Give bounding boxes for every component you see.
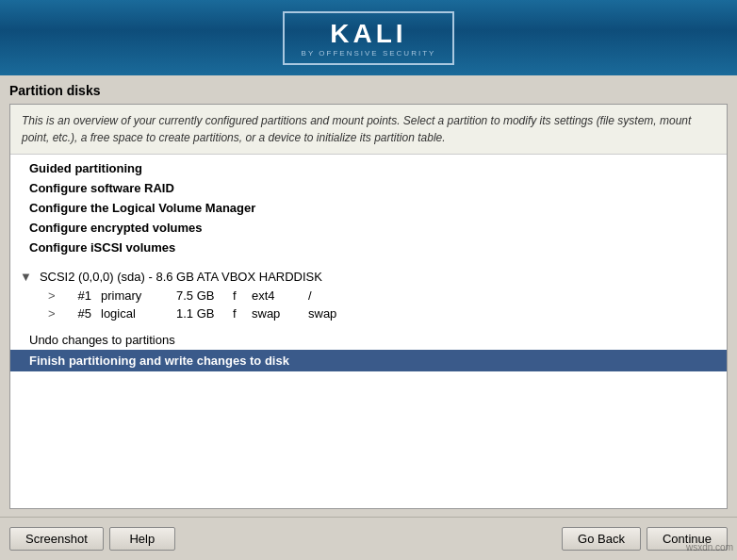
partition-row-1[interactable]: > #1 primary 7.5 GB f ext4 /: [10, 287, 727, 305]
partition-size-1: 7.5 GB: [167, 288, 223, 303]
content-box: This is an overview of your currently co…: [9, 104, 728, 509]
partition-type-2: logical: [91, 306, 167, 321]
partition-num-2: #5: [63, 306, 91, 321]
list-item-encrypted[interactable]: Configure encrypted volumes: [10, 218, 727, 238]
watermark: wsxdn.com: [686, 542, 733, 552]
disk-label: SCSI2 (0,0,0) (sda) - 8.6 GB ATA VBOX HA…: [40, 270, 322, 284]
description-text: This is an overview of your currently co…: [10, 105, 727, 155]
partition-num-1: #1: [63, 288, 91, 303]
partition-size-2: 1.1 GB: [167, 306, 223, 321]
list-item-undo[interactable]: Undo changes to partitions: [10, 330, 727, 350]
kali-logo: KALI BY OFFENSIVE SECURITY: [283, 11, 455, 65]
partition-chevron-1: >: [48, 288, 63, 303]
partition-type-1: primary: [91, 288, 167, 303]
partition-flag-2: f: [223, 306, 242, 321]
partition-mount-1: /: [299, 288, 312, 303]
partition-row-2[interactable]: > #5 logical 1.1 GB f swap swap: [10, 305, 727, 322]
spacer2: [10, 322, 727, 330]
disk-arrow-icon: ▼: [20, 270, 32, 284]
partition-chevron-2: >: [48, 306, 63, 321]
partition-fs-2: swap: [242, 306, 299, 321]
list-item-finish[interactable]: Finish partitioning and write changes to…: [10, 350, 727, 371]
header: KALI BY OFFENSIVE SECURITY: [0, 0, 737, 75]
partition-list: Guided partitioning Configure software R…: [10, 155, 727, 508]
footer: Screenshot Help Go Back Continue: [0, 517, 737, 560]
list-item-raid[interactable]: Configure software RAID: [10, 178, 727, 198]
list-item-iscsi[interactable]: Configure iSCSI volumes: [10, 238, 727, 257]
footer-left: Screenshot Help: [9, 527, 175, 551]
go-back-button[interactable]: Go Back: [562, 527, 641, 551]
help-button[interactable]: Help: [109, 527, 175, 551]
list-item-lvm[interactable]: Configure the Logical Volume Manager: [10, 198, 727, 218]
spacer1: [10, 257, 727, 267]
partition-flag-1: f: [223, 288, 242, 303]
screenshot-button[interactable]: Screenshot: [9, 527, 104, 551]
disk-header[interactable]: ▼ SCSI2 (0,0,0) (sda) - 8.6 GB ATA VBOX …: [10, 267, 727, 287]
main-area: Partition disks This is an overview of y…: [0, 75, 737, 517]
partition-fs-1: ext4: [242, 288, 299, 303]
kali-subtitle: BY OFFENSIVE SECURITY: [302, 49, 436, 58]
partition-mount-2: swap: [299, 306, 336, 321]
page-title: Partition disks: [9, 83, 728, 98]
kali-title: KALI: [302, 19, 436, 49]
list-item-guided[interactable]: Guided partitioning: [10, 158, 727, 178]
